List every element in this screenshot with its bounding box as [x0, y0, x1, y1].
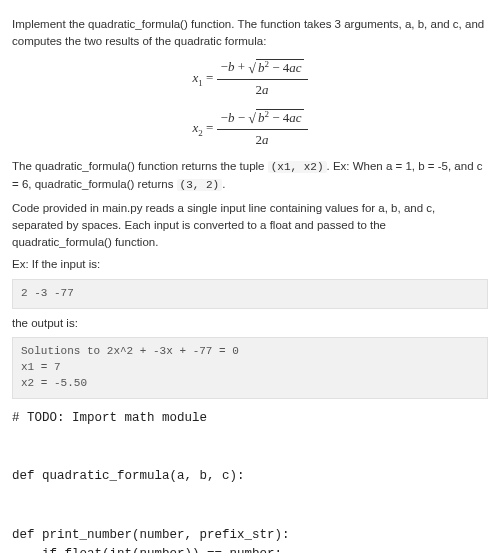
source-code: # TODO: Import math module def quadratic…: [12, 409, 488, 553]
result-code: (3, 2): [177, 179, 223, 191]
example-output-label: the output is:: [12, 315, 488, 332]
tuple-code: (x1, x2): [268, 161, 327, 173]
example-input-box: 2 -3 -77: [12, 279, 488, 309]
formula-x1: x1 = −b + √b2 − 4ac 2a: [12, 57, 488, 99]
returns-paragraph: The quadratic_formula() function returns…: [12, 158, 488, 194]
example-input-label: Ex: If the input is:: [12, 256, 488, 273]
intro-paragraph: Implement the quadratic_formula() functi…: [12, 16, 488, 49]
example-output-box: Solutions to 2x^2 + -3x + -77 = 0 x1 = 7…: [12, 337, 488, 399]
formula-x2: x2 = −b − √b2 − 4ac 2a: [12, 108, 488, 150]
desc-paragraph: Code provided in main.py reads a single …: [12, 200, 488, 250]
